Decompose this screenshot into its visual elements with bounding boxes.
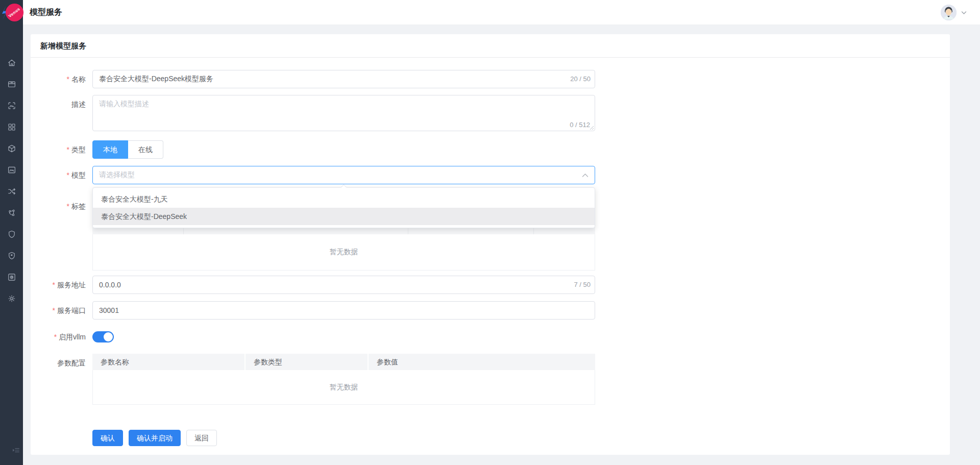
tags-label: 标签	[31, 197, 92, 271]
model-service-form: 名称 20 / 50 描述 0 / 512	[31, 58, 950, 446]
gear-box-icon[interactable]	[7, 273, 16, 282]
chevron-up-icon	[582, 173, 589, 178]
model-label: 模型	[31, 166, 92, 184]
apps-grid-icon[interactable]	[7, 123, 16, 132]
tags-table-empty: 暂无数据	[92, 234, 595, 271]
add-model-service-card: 新增模型服务 名称 20 / 50 描述 0 / 512	[31, 34, 950, 455]
params-table-empty: 暂无数据	[92, 370, 595, 405]
type-option-online[interactable]: 在线	[128, 140, 163, 159]
shield-flag-icon[interactable]	[7, 251, 16, 260]
top-bar: 模型服务	[23, 0, 980, 25]
chevron-down-icon[interactable]	[961, 11, 967, 15]
vllm-label: 启用vllm	[31, 328, 92, 346]
confirm-button[interactable]: 确认	[92, 430, 123, 446]
image-chart-icon[interactable]	[7, 165, 16, 175]
type-radio-group: 本地 在线	[92, 140, 595, 159]
home-icon[interactable]	[7, 58, 16, 67]
menu-unfold-icon[interactable]	[11, 446, 20, 455]
dropdown-arrow	[340, 184, 347, 191]
card-title: 新增模型服务	[31, 34, 950, 58]
name-input[interactable]	[92, 70, 595, 88]
params-row: 参数配置 参数名称 参数类型 参数值 暂无数据	[31, 354, 950, 405]
page-title: 模型服务	[30, 7, 62, 18]
sidebar-nav	[0, 58, 23, 303]
port-input[interactable]	[92, 301, 595, 320]
user-avatar[interactable]	[941, 5, 957, 20]
logo-circle: Venus	[6, 4, 23, 21]
description-label: 描述	[31, 95, 92, 131]
vllm-row: 启用vllm	[31, 328, 950, 346]
capture-icon[interactable]	[7, 101, 16, 110]
sidebar: Venus	[0, 0, 23, 465]
name-label: 名称	[31, 70, 92, 88]
params-label: 参数配置	[31, 354, 92, 405]
params-col-value: 参数值	[369, 354, 595, 370]
nodes-icon[interactable]	[7, 208, 16, 217]
model-option-jiutian[interactable]: 泰合安全大模型-九天	[93, 190, 595, 208]
port-label: 服务端口	[31, 301, 92, 320]
model-row: 模型 请选择模型 泰合安全大模型-九天 泰合安全大模型-DeepSeek	[31, 166, 950, 184]
tags-empty-text: 暂无数据	[330, 248, 358, 257]
address-label: 服务地址	[31, 276, 92, 294]
user-menu[interactable]	[941, 0, 967, 25]
params-col-type: 参数类型	[246, 354, 369, 370]
params-empty-text: 暂无数据	[330, 383, 358, 392]
logo-text: Venus	[8, 7, 21, 18]
vllm-toggle[interactable]	[92, 331, 114, 342]
type-row: 类型 本地 在线	[31, 140, 950, 159]
app-logo[interactable]: Venus	[0, 2, 27, 24]
model-option-deepseek[interactable]: 泰合安全大模型-DeepSeek	[93, 208, 595, 225]
type-label: 类型	[31, 140, 92, 159]
type-option-local[interactable]: 本地	[92, 140, 128, 159]
actions-row: 确认 确认并启动 返回	[31, 430, 950, 446]
folder-icon[interactable]	[7, 80, 16, 89]
confirm-and-start-button[interactable]: 确认并启动	[129, 430, 181, 446]
model-select[interactable]: 请选择模型	[92, 166, 595, 184]
model-dropdown: 泰合安全大模型-九天 泰合安全大模型-DeepSeek	[92, 187, 595, 228]
model-select-placeholder: 请选择模型	[99, 170, 582, 180]
description-textarea[interactable]	[92, 95, 595, 131]
address-input[interactable]	[92, 276, 595, 294]
back-button[interactable]: 返回	[186, 430, 217, 446]
shuffle-icon[interactable]	[7, 187, 16, 196]
gear-icon[interactable]	[7, 294, 16, 303]
port-row: 服务端口	[31, 301, 950, 320]
shield-icon[interactable]	[7, 230, 16, 239]
name-row: 名称 20 / 50	[31, 70, 950, 88]
description-row: 描述 0 / 512	[31, 95, 950, 131]
params-table-header: 参数名称 参数类型 参数值	[92, 354, 595, 370]
params-col-name: 参数名称	[92, 354, 246, 370]
cube-icon[interactable]	[7, 144, 16, 153]
vllm-toggle-knob	[104, 332, 113, 341]
address-row: 服务地址 7 / 50	[31, 276, 950, 294]
